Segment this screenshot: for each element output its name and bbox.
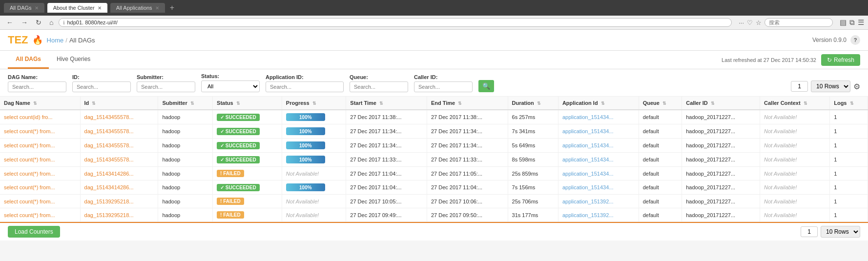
cell-id: dag_15143455578...	[80, 153, 158, 167]
dag-name-link[interactable]: select count(*) from...	[4, 212, 55, 218]
application-id-link[interactable]: application_151392...	[562, 212, 614, 218]
application-id-link[interactable]: application_151434...	[562, 114, 614, 120]
col-queue[interactable]: Queue ⇅	[639, 97, 682, 110]
dag-name-link[interactable]: select count(*) from...	[4, 142, 55, 148]
dag-name-link[interactable]: select count(id) fro...	[4, 114, 53, 120]
application-id-link[interactable]: application_151434...	[562, 184, 614, 190]
col-caller-id[interactable]: Caller ID ⇅	[682, 97, 760, 110]
cell-id: dag_15143414286...	[80, 181, 158, 195]
dag-name-link[interactable]: select count(*) from...	[4, 157, 55, 162]
col-submitter[interactable]: Submitter ⇅	[158, 97, 213, 110]
rows-per-page-select[interactable]: 10 Rows 25 Rows 50 Rows	[811, 80, 850, 92]
logo-text: TEZ	[8, 34, 28, 46]
application-id-link[interactable]: application_151392...	[562, 199, 614, 204]
tab-all-applications-label: All Applications	[116, 5, 152, 11]
address-bar[interactable]: ℹ hdp01. 8080/tez-ui/#/	[59, 18, 732, 27]
star-icon[interactable]: ☆	[756, 19, 762, 26]
cell-queue: default	[639, 124, 682, 139]
lock-icon: ℹ	[63, 20, 65, 25]
settings-icon[interactable]: ⚙	[853, 82, 860, 91]
cell-submitter: hadoop	[158, 139, 213, 153]
submitter-input[interactable]	[137, 81, 195, 92]
col-progress[interactable]: Progress ⇅	[282, 97, 346, 110]
cell-caller-context: Not Available!	[760, 110, 830, 124]
cell-duration: 8s 598ms	[508, 153, 558, 167]
submitter-filter-group: Submitter:	[137, 74, 195, 92]
dag-id-link[interactable]: dag_15143455578...	[84, 157, 134, 162]
hamburger-icon[interactable]: ☰	[858, 18, 864, 27]
browser-search-input[interactable]	[765, 18, 833, 27]
add-tab-button[interactable]: +	[168, 3, 176, 12]
dag-name-input[interactable]	[8, 81, 66, 92]
load-counters-button[interactable]: Load Counters	[8, 226, 60, 238]
window-icon[interactable]: ⧉	[849, 18, 855, 27]
forward-button[interactable]: →	[19, 18, 30, 27]
dag-name-link[interactable]: select count(*) from...	[4, 171, 55, 177]
table-row: select count(*) from... dag_15139295218.…	[0, 208, 868, 222]
application-id-link[interactable]: application_151434...	[562, 128, 614, 134]
refresh-button-label: Refresh	[834, 57, 854, 63]
refresh-button[interactable]: ↻ Refresh	[821, 54, 860, 66]
col-logs[interactable]: Logs ⇅	[830, 97, 868, 110]
tab-all-dags-page[interactable]: All DAGs	[8, 51, 49, 69]
queue-input[interactable]	[350, 81, 408, 92]
application-id-link[interactable]: application_151434...	[562, 157, 614, 162]
breadcrumb: Home / All DAGs	[47, 37, 95, 44]
status-badge: ✓ SUCCEEDED	[217, 114, 260, 121]
help-button[interactable]: ?	[850, 35, 860, 45]
col-caller-context[interactable]: Caller Context ⇅	[760, 97, 830, 110]
back-button[interactable]: ←	[4, 18, 16, 27]
address-text: hdp01. 8080/tez-ui/#/	[67, 20, 727, 25]
col-start-time[interactable]: Start Time ⇅	[346, 97, 427, 110]
cell-caller-context: Not Available!	[760, 208, 830, 222]
cell-caller-context: Not Available!	[760, 195, 830, 208]
col-id[interactable]: Id ⇅	[80, 97, 158, 110]
refresh-area: Last refreshed at 27 Dec 2017 14:50:32 ↻…	[722, 54, 860, 66]
dag-id-link[interactable]: dag_15139295218...	[84, 212, 134, 218]
col-application-id[interactable]: Application Id ⇅	[558, 97, 639, 110]
cell-id: dag_15139295218...	[80, 195, 158, 208]
more-options-button[interactable]: ···	[739, 19, 744, 26]
dag-id-link[interactable]: dag_15143414286...	[84, 184, 134, 190]
dag-name-link[interactable]: select count(*) from...	[4, 184, 55, 190]
id-input[interactable]	[72, 81, 131, 92]
application-id-link[interactable]: application_151434...	[562, 142, 614, 148]
footer-page-number-input[interactable]	[801, 226, 818, 237]
dag-id-link[interactable]: dag_15143455578...	[84, 142, 134, 148]
dag-id-link[interactable]: dag_15143455578...	[84, 114, 134, 120]
search-button[interactable]: 🔍	[478, 80, 494, 92]
page-number-input[interactable]	[791, 81, 808, 92]
close-all-applications-icon[interactable]: ✕	[155, 5, 159, 11]
dag-id-link[interactable]: dag_15143455578...	[84, 128, 134, 134]
dag-id-link[interactable]: dag_15143414286...	[84, 171, 134, 177]
dag-name-link[interactable]: select count(*) from...	[4, 128, 55, 134]
cell-submitter: hadoop	[158, 208, 213, 222]
close-about-cluster-icon[interactable]: ✕	[98, 5, 102, 11]
dag-name-link[interactable]: select count(*) from...	[4, 199, 55, 204]
breadcrumb-home-link[interactable]: Home	[47, 37, 64, 44]
tab-about-cluster[interactable]: About the Cluster ✕	[47, 3, 107, 13]
col-duration[interactable]: Duration ⇅	[508, 97, 558, 110]
application-id-input[interactable]	[266, 81, 344, 92]
col-dag-name[interactable]: Dag Name ⇅	[0, 97, 80, 110]
tab-hive-queries[interactable]: Hive Queries	[49, 51, 98, 69]
submitter-label: Submitter:	[137, 74, 195, 80]
home-button[interactable]: ⌂	[47, 18, 56, 27]
footer-rows-per-page-select[interactable]: 10 Rows 25 Rows 50 Rows	[821, 226, 860, 238]
bookmarks-icon[interactable]: ▤	[840, 18, 847, 27]
tab-all-applications[interactable]: All Applications ✕	[110, 3, 165, 13]
cell-start-time: 27 Dec 2017 11:38:...	[346, 110, 427, 124]
dag-id-link[interactable]: dag_15139295218...	[84, 199, 134, 204]
col-status[interactable]: Status ⇅	[213, 97, 282, 110]
application-id-link[interactable]: application_151434...	[562, 171, 614, 177]
cell-queue: default	[639, 181, 682, 195]
cell-id: dag_15139295218...	[80, 208, 158, 222]
tab-all-dags[interactable]: All DAGs ✕	[4, 3, 44, 13]
caller-id-input[interactable]	[414, 81, 473, 92]
col-end-time[interactable]: End Time ⇅	[427, 97, 508, 110]
close-all-dags-icon[interactable]: ✕	[35, 5, 39, 11]
reload-button[interactable]: ↻	[33, 18, 44, 27]
cell-caller-id: hadoop_20171227...	[682, 167, 760, 181]
status-select[interactable]: All SUCCEEDED FAILED RUNNING KILLED	[201, 80, 260, 92]
bookmark-heart-icon[interactable]: ♡	[747, 19, 753, 26]
